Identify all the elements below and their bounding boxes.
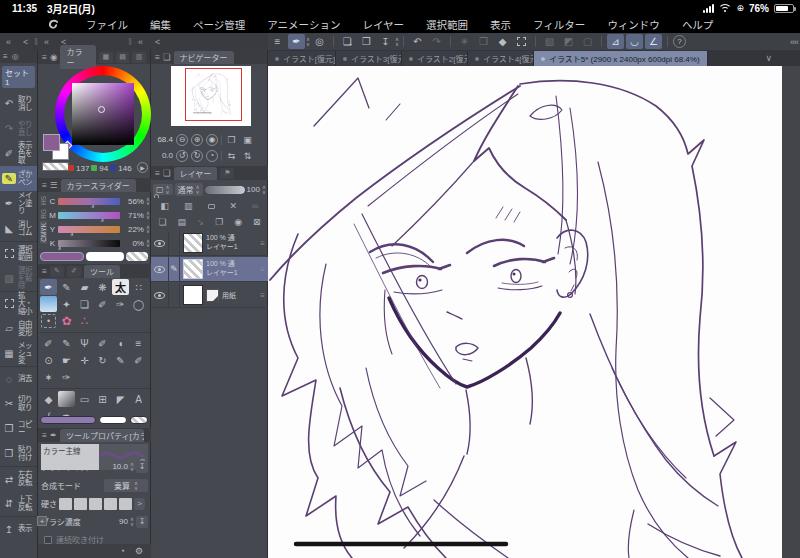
tone-icon[interactable]: ▥	[184, 201, 193, 211]
qa-free-transform[interactable]: ▱自由変形	[0, 316, 37, 341]
transparent-pill[interactable]	[126, 252, 148, 261]
tab-intermediate-color-icon[interactable]: ▤	[116, 52, 130, 63]
command-menu-icon[interactable]: ≡	[269, 34, 286, 49]
magenta-slider[interactable]: ∧	[58, 212, 120, 219]
tab-subtool-a-icon[interactable]: ✎	[50, 266, 64, 277]
yellow-slider[interactable]: ∧	[58, 226, 120, 233]
transfer-layer-icon[interactable]: ↘	[197, 217, 205, 227]
invert-selection-icon[interactable]: ◩	[560, 34, 577, 49]
tool-thick-pen[interactable]: 太	[112, 279, 129, 295]
tab-tool-property[interactable]: ツールプロパティ[カラー	[60, 429, 144, 442]
tool-text[interactable]: A	[130, 391, 147, 407]
qa-cut[interactable]: ✂切り取り	[0, 391, 37, 416]
tool-deco-paw[interactable]: ∴	[76, 313, 93, 329]
flip-vertical-icon[interactable]: ⇅	[241, 150, 254, 162]
tool-gradient[interactable]	[58, 391, 75, 407]
layer-row-selected[interactable]: ✎ 100 % 通レイヤー1 ≡	[151, 257, 268, 282]
tool-marker-b[interactable]: ✎	[58, 335, 75, 351]
tool-frame-border[interactable]: ▭	[76, 391, 93, 407]
document-tab[interactable]: イラスト4[復元	[468, 51, 534, 66]
qa-main-paint[interactable]: ✒メイン塗り	[0, 191, 37, 216]
tool-pencil[interactable]: ✎	[58, 279, 75, 295]
layer-blend-dropdown[interactable]: 通常∧∨	[175, 183, 203, 196]
qa-zaka-pen[interactable]: ✎ざかペン	[0, 166, 37, 191]
qa-redo[interactable]: ↷やり直し	[0, 116, 37, 141]
tool-pen-d[interactable]: ✎	[112, 352, 129, 368]
tool-pen-c[interactable]: ✑	[112, 296, 129, 312]
black-slider[interactable]: ∧	[58, 240, 120, 247]
snap-grid-icon[interactable]: ∠	[645, 34, 662, 49]
tool-panel-split[interactable]: ⊞	[94, 391, 111, 407]
tool-bristle-brush[interactable]: Ψ	[76, 335, 93, 351]
layer-row[interactable]: 100 % 通レイヤー1 ≡	[151, 231, 268, 256]
layer-opacity-slider[interactable]	[205, 186, 245, 194]
tool-auto-select[interactable]: ✶	[40, 369, 57, 385]
cyan-slider[interactable]: ∧	[58, 198, 120, 205]
rotate-value[interactable]: 0.0	[153, 151, 173, 160]
menu-selection[interactable]: 選択範囲	[415, 17, 479, 32]
sv-marker[interactable]	[98, 106, 105, 113]
file-switch-stepper[interactable]: ∧∨	[395, 37, 399, 46]
clip-below-icon[interactable]: ◧	[161, 201, 170, 211]
menu-file[interactable]: ファイル	[75, 17, 139, 32]
menu-edit[interactable]: 編集	[139, 17, 182, 32]
sub-color-pill[interactable]	[86, 252, 124, 261]
menu-animation[interactable]: アニメーション	[256, 17, 351, 32]
tool-pen-e[interactable]: ✐	[130, 352, 147, 368]
menu-view[interactable]: 表示	[479, 17, 522, 32]
layer-mask-icon[interactable]: ◉	[234, 217, 242, 227]
qa-pick-screen-color[interactable]: ✐表示色を取	[0, 141, 37, 166]
hardness-step-1[interactable]	[59, 498, 72, 510]
selection-border-icon[interactable]: ▢	[579, 34, 596, 49]
menu-help[interactable]: ヘルプ	[671, 17, 725, 32]
qa-mesh-transform[interactable]: ▦メッシュ変	[0, 341, 37, 366]
panel-menu-icon[interactable]: ≡	[3, 52, 8, 61]
layer-drag-handle[interactable]: ≡	[260, 239, 265, 248]
tool-line-set[interactable]: ≡	[130, 335, 147, 351]
fit-screen-icon[interactable]: ❐	[225, 134, 238, 146]
layer-drag-handle[interactable]: ≡	[260, 291, 265, 300]
menu-filter[interactable]: フィルター	[522, 17, 596, 32]
tool-zoom[interactable]: ⊙	[40, 352, 57, 368]
zoom-out-icon[interactable]: ⊖	[176, 134, 188, 146]
layer-drag-handle[interactable]: ≡	[260, 265, 265, 274]
zoom-100-icon[interactable]: ◉	[206, 134, 218, 146]
brush-size-value[interactable]: 10.0	[112, 462, 128, 471]
tab-list-chevron-icon[interactable]: ∨	[765, 53, 772, 63]
clip-studio-logo-icon[interactable]	[46, 18, 61, 32]
tab-cmyk-sliders[interactable]: CMYK	[40, 221, 47, 244]
tool-eyedropper[interactable]: ✑	[58, 369, 75, 385]
fit-page-icon[interactable]: ▣	[241, 134, 254, 146]
tool-ruler[interactable]: ◤	[112, 391, 129, 407]
layer-visible-icon[interactable]	[154, 240, 165, 247]
layer-visible-icon[interactable]	[154, 266, 165, 273]
tool-marker[interactable]: ✐	[40, 335, 57, 351]
tab-tool[interactable]: ツール	[84, 265, 120, 278]
lock-alpha-icon[interactable]: ✕	[230, 201, 238, 211]
tool-airbrush[interactable]: ❋	[94, 279, 111, 295]
hardness-more-icon[interactable]: >	[134, 498, 145, 510]
qa-paste[interactable]: ❒貼り付け	[0, 441, 37, 466]
collapse-toolbar-icon[interactable]: ««	[790, 37, 798, 47]
merge-below-icon[interactable]: ❐	[215, 217, 223, 227]
tool-deco-cake[interactable]: ✿	[58, 313, 75, 329]
tool-switch-stepper[interactable]: ∧∨	[306, 37, 310, 46]
blend-mode-dropdown[interactable]: 乗算 ∧∨	[104, 479, 148, 492]
density-dynamics-icon[interactable]: ↧	[136, 516, 148, 528]
zoom-in-icon[interactable]: ⊕	[191, 134, 203, 146]
qa-view[interactable]: ↥表示	[0, 516, 37, 541]
navigator-view-rect[interactable]	[185, 68, 242, 121]
panel-menu-icon[interactable]: ≡	[155, 52, 160, 62]
tool-hand[interactable]: ☛	[58, 352, 75, 368]
tab-navigator[interactable]: ナビゲーター	[174, 51, 234, 64]
delete-layer-icon[interactable]: ⊠	[253, 217, 261, 227]
collapse-all-icon[interactable]: «	[38, 37, 55, 47]
tool-main-color-bar[interactable]	[40, 416, 96, 424]
sub-panel-arrow-icon[interactable]: ▶	[137, 162, 148, 173]
undo-icon[interactable]: ↶	[409, 34, 426, 49]
new-canvas-icon[interactable]: ❏+	[339, 34, 356, 49]
brush-density-value[interactable]: 90	[119, 517, 128, 526]
crop-frame-icon[interactable]	[513, 34, 530, 49]
menu-layer[interactable]: レイヤー	[351, 17, 415, 32]
tool-pen[interactable]: ✒	[40, 279, 57, 295]
